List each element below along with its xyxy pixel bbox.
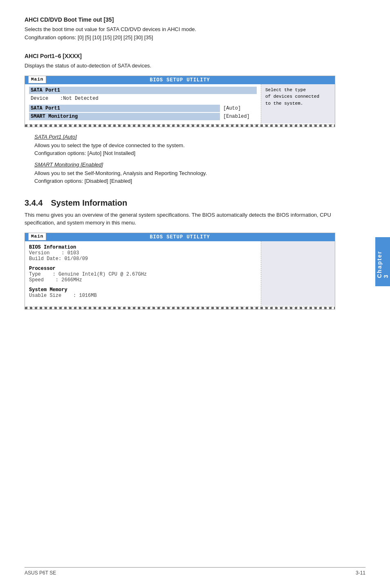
device-value: :Not Detected <box>60 96 99 101</box>
smart-sub-title: SMART Monitoring [Enabled] <box>34 162 335 168</box>
bios-body-1: SATA Port1 Device :Not Detected SATA Por… <box>25 84 335 123</box>
ahci-boot-heading: AHCI CD/DVD Boot Time out [35] <box>25 16 335 23</box>
device-label: Device <box>31 96 48 101</box>
bios-body-2: BIOS Information Version : 0103 Build Da… <box>25 241 335 306</box>
smart-enabled-val: [Enabled] <box>222 113 255 120</box>
chapter-title: System Information <box>51 198 127 208</box>
smart-sub-item: SMART Monitoring [Enabled] Allows you to… <box>34 162 335 185</box>
sata-auto-val: [Auto] <box>222 105 255 112</box>
footer-left: ASUS P6T SE <box>25 570 56 576</box>
page-footer: ASUS P6T SE 3-11 <box>25 567 365 576</box>
mem-size-label: Usable Size <box>29 293 61 298</box>
chapter-sidebar: Chapter 3 <box>375 237 390 286</box>
bios-right-help-1: Select the type of devices connected to … <box>261 84 335 123</box>
sata-sub-title: SATA Port1 [Auto] <box>34 134 335 140</box>
bios-left-panel-1: SATA Port1 Device :Not Detected SATA Por… <box>25 84 261 123</box>
smart-monitoring-row: SMART Monitoring <box>29 113 220 120</box>
memory-size-line: Usable Size : 1016MB <box>29 293 257 298</box>
ahci-port-desc: Displays the status of auto-detection of… <box>25 62 335 70</box>
bios-box-2: Main BIOS SETUP UTILITY BIOS Information… <box>25 233 335 310</box>
bios-tab-main-1: Main <box>28 76 46 84</box>
ahci-port-heading: AHCI Port1–6 [XXXX] <box>25 53 335 59</box>
processor-type-line: Type : Genuine Intel(R) CPU @ 2.67GHz <box>29 272 257 277</box>
bios-tab-main-2: Main <box>28 233 46 241</box>
chapter-desc: This menu gives you an overview of the g… <box>25 211 335 227</box>
sata-sub-item: SATA Port1 [Auto] Allows you to select t… <box>34 134 335 157</box>
sata-sub-desc: Allows you to select the type of device … <box>34 141 335 157</box>
chapter-heading: 3.4.4 System Information <box>25 198 335 208</box>
version-val: : 0103 <box>61 250 79 256</box>
bios-header-2: Main BIOS SETUP UTILITY <box>25 233 335 241</box>
bios-version-line: Version : 0103 <box>29 250 257 256</box>
bios-header-1: Main BIOS SETUP UTILITY <box>25 76 335 84</box>
bios-title-2: BIOS SETUP UTILITY <box>150 234 210 240</box>
bios-info-help <box>261 241 335 306</box>
bios-info-section: BIOS Information Version : 0103 Build Da… <box>29 245 257 262</box>
proc-type-val: : Genuine Intel(R) CPU @ 2.67GHz <box>53 272 147 277</box>
bios-dashes-1 <box>25 124 335 127</box>
chapter-number: 3.4.4 <box>25 198 43 208</box>
proc-speed-val: : 2666MHz <box>56 277 82 283</box>
smart-sub-desc: Allows you to set the Self-Monitoring, A… <box>34 169 335 185</box>
proc-type-label: Type <box>29 272 41 277</box>
memory-section: System Memory Usable Size : 1016MB <box>29 287 257 298</box>
processor-label: Processor <box>29 266 257 272</box>
bios-info-panel: BIOS Information Version : 0103 Build Da… <box>25 241 261 306</box>
processor-speed-line: Speed : 2666MHz <box>29 277 257 283</box>
build-val: 01/08/09 <box>64 256 88 262</box>
bios-info-label: BIOS Information <box>29 245 257 250</box>
mem-size-val: : 1016MB <box>73 293 97 298</box>
bios-build-line: Build Date: 01/08/09 <box>29 256 257 262</box>
build-label: Build Date: <box>29 256 61 262</box>
bios-box-1: Main BIOS SETUP UTILITY SATA Port1 Devic… <box>25 76 335 127</box>
version-label: Version <box>29 250 49 256</box>
footer-right: 3-11 <box>356 570 365 576</box>
proc-speed-label: Speed <box>29 277 44 283</box>
ahci-boot-desc: Selects the boot time out value for SATA… <box>25 25 335 41</box>
bios-dashes-2 <box>25 307 335 309</box>
sata-port1-row: SATA Port1 <box>29 87 257 94</box>
device-row: Device :Not Detected <box>29 95 257 102</box>
processor-section: Processor Type : Genuine Intel(R) CPU @ … <box>29 266 257 283</box>
sata-port1-auto-row: SATA Port1 <box>29 105 220 112</box>
memory-label: System Memory <box>29 287 257 293</box>
bios-title-1: BIOS SETUP UTILITY <box>150 77 210 83</box>
